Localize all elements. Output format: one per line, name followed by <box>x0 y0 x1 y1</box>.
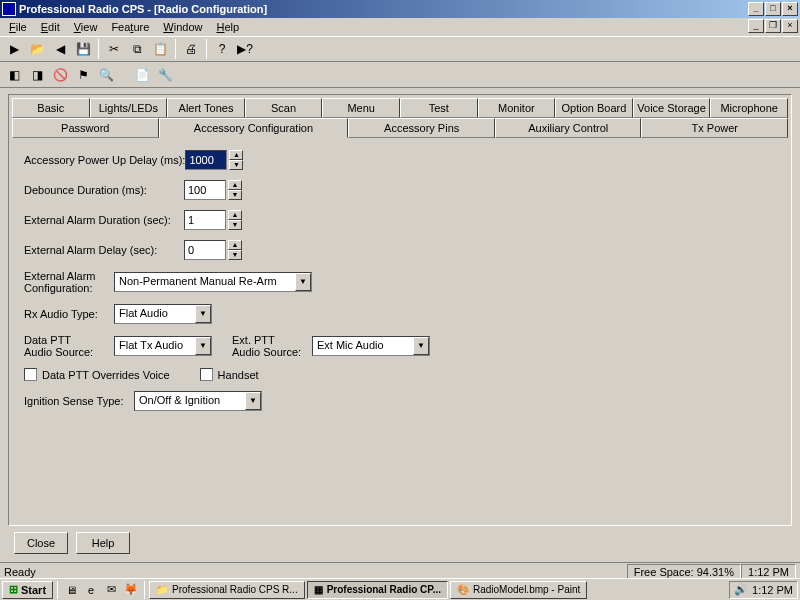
chevron-down-icon[interactable]: ▼ <box>195 337 211 355</box>
chevron-down-icon[interactable]: ▼ <box>413 337 429 355</box>
taskbar-item-3[interactable]: 🎨 RadioModel.bmp - Paint <box>450 581 587 599</box>
tool-whatsthis-icon[interactable]: ▶? <box>234 38 256 60</box>
tool-print-icon[interactable]: 🖨 <box>180 38 202 60</box>
ext-ptt-source-combo[interactable]: Ext Mic Audio ▼ <box>312 336 430 356</box>
debounce-up-button[interactable]: ▲ <box>228 180 242 190</box>
mdi-close-button[interactable]: × <box>782 19 798 33</box>
tool-back-icon[interactable]: ◀ <box>49 38 71 60</box>
tray-volume-icon[interactable]: 🔊 <box>734 583 748 596</box>
client-area: Basic Lights/LEDs Alert Tones Scan Menu … <box>2 88 798 562</box>
tool-copy-icon[interactable]: ⧉ <box>126 38 148 60</box>
row-ext-alarm-duration: External Alarm Duration (sec): ▲ ▼ <box>24 210 776 230</box>
powerup-delay-down-button[interactable]: ▼ <box>229 160 243 170</box>
app-icon: ▦ <box>314 584 323 595</box>
quicklaunch-ie-icon[interactable]: e <box>82 581 100 599</box>
powerup-delay-spinbox: ▲ ▼ <box>185 150 243 170</box>
checkbox-box <box>24 368 37 381</box>
tab-option-board[interactable]: Option Board <box>555 98 633 118</box>
tool-t1-icon[interactable]: ◧ <box>3 64 25 86</box>
tab-monitor[interactable]: Monitor <box>478 98 556 118</box>
tool-paste-icon[interactable]: 📋 <box>149 38 171 60</box>
data-ptt-override-label: Data PTT Overrides Voice <box>42 369 170 381</box>
tool-save-icon[interactable]: 💾 <box>72 38 94 60</box>
tab-microphone[interactable]: Microphone <box>710 98 788 118</box>
row-debounce: Debounce Duration (ms): ▲ ▼ <box>24 180 776 200</box>
tabs-row-top: Basic Lights/LEDs Alert Tones Scan Menu … <box>12 98 788 118</box>
ext-alarm-delay-up-button[interactable]: ▲ <box>228 240 242 250</box>
menu-feature[interactable]: Feature <box>104 19 156 35</box>
tool-read-icon[interactable]: ▶ <box>3 38 25 60</box>
tool-cut-icon[interactable]: ✂ <box>103 38 125 60</box>
menu-view[interactable]: View <box>67 19 105 35</box>
windows-logo-icon: ⊞ <box>9 583 18 596</box>
debounce-input[interactable] <box>184 180 226 200</box>
tab-test[interactable]: Test <box>400 98 478 118</box>
powerup-delay-up-button[interactable]: ▲ <box>229 150 243 160</box>
row-ext-alarm-delay: External Alarm Delay (sec): ▲ ▼ <box>24 240 776 260</box>
mdi-restore-button[interactable]: ❐ <box>765 19 781 33</box>
ext-alarm-duration-up-button[interactable]: ▲ <box>228 210 242 220</box>
toolbar-secondary: ◧ ◨ 🚫 ⚑ 🔍 📄 🔧 <box>0 62 800 88</box>
tool-tool-icon[interactable]: 🔧 <box>154 64 176 86</box>
quicklaunch-outlook-icon[interactable]: ✉ <box>102 581 120 599</box>
ext-alarm-duration-down-button[interactable]: ▼ <box>228 220 242 230</box>
close-button[interactable]: Close <box>14 532 68 554</box>
tool-noentry-icon[interactable]: 🚫 <box>49 64 71 86</box>
data-ptt-source-label: Data PTT Audio Source: <box>24 334 114 358</box>
debounce-down-button[interactable]: ▼ <box>228 190 242 200</box>
chevron-down-icon[interactable]: ▼ <box>195 305 211 323</box>
tab-alert-tones[interactable]: Alert Tones <box>167 98 245 118</box>
tab-auxiliary-control[interactable]: Auxiliary Control <box>495 118 642 138</box>
mdi-minimize-button[interactable]: _ <box>748 19 764 33</box>
taskbar-sep2 <box>144 581 145 599</box>
maximize-button[interactable]: □ <box>765 2 781 16</box>
tool-open-icon[interactable]: 📂 <box>26 38 48 60</box>
start-label: Start <box>21 584 46 596</box>
data-ptt-override-checkbox[interactable]: Data PTT Overrides Voice <box>24 368 170 381</box>
ext-alarm-duration-input[interactable] <box>184 210 226 230</box>
chevron-down-icon[interactable]: ▼ <box>295 273 311 291</box>
handset-checkbox[interactable]: Handset <box>200 368 259 381</box>
minimize-button[interactable]: _ <box>748 2 764 16</box>
row-checkboxes: Data PTT Overrides Voice Handset <box>24 368 776 381</box>
ignition-sense-combo[interactable]: On/Off & Ignition ▼ <box>134 391 262 411</box>
row-rx-audio-type: Rx Audio Type: Flat Audio ▼ <box>24 304 776 324</box>
tab-voice-storage[interactable]: Voice Storage <box>633 98 711 118</box>
close-window-button[interactable]: × <box>782 2 798 16</box>
powerup-delay-input[interactable] <box>185 150 227 170</box>
chevron-down-icon[interactable]: ▼ <box>245 392 261 410</box>
taskbar-item-2[interactable]: ▦ Professional Radio CP... <box>307 581 448 599</box>
quicklaunch-desktop-icon[interactable]: 🖥 <box>62 581 80 599</box>
menu-file[interactable]: File <box>2 19 34 35</box>
tab-scan[interactable]: Scan <box>245 98 323 118</box>
menu-window[interactable]: Window <box>156 19 209 35</box>
tray-clock: 1:12 PM <box>752 584 793 596</box>
tab-menu[interactable]: Menu <box>322 98 400 118</box>
ext-alarm-config-combo[interactable]: Non-Permanent Manual Re-Arm ▼ <box>114 272 312 292</box>
tab-lights-leds[interactable]: Lights/LEDs <box>90 98 168 118</box>
tool-doc-icon[interactable]: 📄 <box>131 64 153 86</box>
menu-edit[interactable]: Edit <box>34 19 67 35</box>
tab-tx-power[interactable]: Tx Power <box>641 118 788 138</box>
quicklaunch-firefox-icon[interactable]: 🦊 <box>122 581 140 599</box>
rx-audio-type-combo[interactable]: Flat Audio ▼ <box>114 304 212 324</box>
menu-help[interactable]: Help <box>209 19 246 35</box>
window-controls: _ □ × <box>748 2 798 16</box>
help-button[interactable]: Help <box>76 532 130 554</box>
data-ptt-source-combo[interactable]: Flat Tx Audio ▼ <box>114 336 212 356</box>
ext-alarm-delay-down-button[interactable]: ▼ <box>228 250 242 260</box>
checkbox-box <box>200 368 213 381</box>
tool-find-icon[interactable]: 🔍 <box>95 64 117 86</box>
tab-accessory-configuration[interactable]: Accessory Configuration <box>159 118 349 138</box>
ext-alarm-duration-label: External Alarm Duration (sec): <box>24 214 184 226</box>
taskbar-item-1[interactable]: 📁 Professional Radio CPS R... <box>149 581 305 599</box>
tab-basic[interactable]: Basic <box>12 98 90 118</box>
tool-t2-icon[interactable]: ◨ <box>26 64 48 86</box>
start-button[interactable]: ⊞ Start <box>2 581 53 599</box>
ext-alarm-delay-input[interactable] <box>184 240 226 260</box>
tool-flag-icon[interactable]: ⚑ <box>72 64 94 86</box>
tool-help-icon[interactable]: ? <box>211 38 233 60</box>
tab-password[interactable]: Password <box>12 118 159 138</box>
tab-accessory-pins[interactable]: Accessory Pins <box>348 118 495 138</box>
toolbar-main: ▶ 📂 ◀ 💾 ✂ ⧉ 📋 🖨 ? ▶? <box>0 36 800 62</box>
